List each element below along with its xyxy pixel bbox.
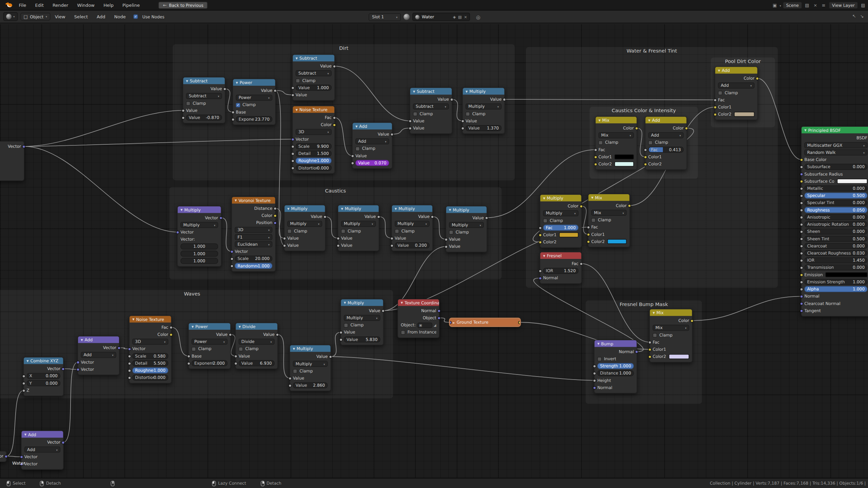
node-noise_b[interactable]: ▼Noise TextureFacColor3D▾VectorScale0.58… (129, 316, 172, 384)
close-scene-icon[interactable]: × (812, 2, 819, 9)
slider-field[interactable]: Roughness1.000 (296, 158, 332, 164)
value-socket[interactable] (22, 382, 25, 385)
node-bump_a[interactable]: ▼BumpNormalInvertStrength1.000Distance1.… (594, 340, 637, 393)
value-socket[interactable] (182, 116, 185, 119)
checkbox[interactable] (186, 101, 191, 105)
value-socket[interactable] (291, 159, 295, 162)
node-header[interactable]: ▼Subtract (183, 78, 224, 84)
collapse-icon[interactable]: ▼ (718, 68, 720, 72)
value-socket[interactable] (593, 379, 596, 382)
header-corner-icon-2[interactable]: ↘ (859, 13, 865, 20)
color-socket[interactable] (587, 240, 590, 243)
node-header[interactable]: ▼Multiply (338, 205, 379, 212)
dropdown[interactable]: Mix▾ (653, 325, 689, 331)
node-mul_g[interactable]: ▼MultiplyValueMultiply▾ClampValueValue5.… (340, 299, 383, 345)
dropdown[interactable]: Multiply▾ (287, 221, 322, 227)
menu-select[interactable]: Select (70, 10, 92, 23)
node-header[interactable]: ▼Texture Coordinate (398, 299, 439, 306)
new-scene-icon[interactable]: ▤ (804, 2, 810, 9)
node-mix_c[interactable]: ▼MixColorMix▾ClampFacColor1Color2 (649, 309, 692, 362)
node-groundtex[interactable]: ►Ground Texture (450, 318, 520, 326)
slider-field[interactable]: Fac0.413 (648, 147, 684, 153)
color-socket[interactable] (274, 214, 277, 217)
dropdown[interactable]: Mix▾ (591, 210, 627, 216)
value-socket[interactable] (22, 389, 25, 392)
node-header[interactable]: ▼Combine XYZ (24, 358, 63, 364)
value-socket[interactable] (450, 98, 453, 101)
node-header[interactable]: ▼Multiply (178, 206, 221, 213)
node-header[interactable]: ▼Subtract (410, 88, 452, 95)
node-mulcol_a[interactable]: ▼MultiplyColorMultiply▾ClampFac1.000Colo… (540, 194, 582, 248)
vector-socket[interactable] (61, 441, 65, 444)
checkbox[interactable] (296, 78, 300, 83)
dropdown[interactable]: F1▾ (235, 234, 272, 240)
value-socket[interactable] (644, 148, 647, 151)
view-layer-selector[interactable]: View Layer (829, 2, 858, 9)
copy-material-icon[interactable]: ▤ (458, 15, 462, 19)
node-header[interactable]: ▼Add (646, 117, 687, 123)
vector-socket[interactable] (76, 368, 80, 371)
dropdown[interactable]: Divide▾ (239, 339, 275, 345)
color-socket[interactable] (644, 155, 647, 159)
dropdown[interactable]: Power▾ (192, 339, 228, 345)
dropdown[interactable]: Multiply▾ (395, 221, 430, 227)
node-vecadd_b[interactable]: ▼AddVectorAdd▾VectorVector (21, 430, 64, 470)
vector-socket[interactable] (4, 454, 8, 458)
collapse-icon[interactable]: ▼ (236, 81, 238, 84)
collapse-icon[interactable]: ▼ (543, 197, 545, 200)
node-texcoord_a[interactable]: ▼Texture CoordinateNormalObjectObject:▣◢… (397, 299, 439, 338)
color-swatch[interactable] (559, 232, 579, 238)
value-socket[interactable] (289, 384, 292, 387)
dropdown[interactable]: Subtract▾ (186, 93, 222, 99)
color-socket[interactable] (635, 126, 638, 130)
vector-socket[interactable] (128, 347, 131, 350)
header-corner-icon-1[interactable]: ↖ (851, 13, 857, 20)
collapse-icon[interactable]: ▼ (653, 311, 655, 314)
dropdown[interactable]: Add▾ (81, 352, 116, 358)
number-field[interactable]: Value1.370 (466, 125, 501, 131)
node-multiply_a[interactable]: ▼MultiplyValueMultiply▾ClampValueValue1.… (462, 87, 505, 134)
value-socket[interactable] (234, 354, 238, 358)
color-socket[interactable] (756, 77, 759, 80)
collapse-icon[interactable]: ▼ (449, 208, 451, 211)
slot-select[interactable]: Slot 1 ▾ (369, 13, 401, 21)
eyedropper-icon[interactable]: ◢ (434, 323, 436, 327)
node-vecmul_a[interactable]: ▼MultiplyVectorMultiply▾VectorVector:1.0… (177, 206, 221, 267)
number-field[interactable]: Anisotropic0.000 (804, 214, 867, 220)
material-preview-icon[interactable] (403, 14, 410, 20)
number-field[interactable]: Y0.000 (26, 380, 60, 386)
slider-field[interactable]: Strength1.000 (597, 363, 634, 369)
color-socket[interactable] (170, 333, 173, 336)
collapse-icon[interactable]: ▼ (296, 57, 298, 60)
vector-socket[interactable] (539, 277, 542, 280)
checkbox[interactable] (449, 230, 453, 234)
vector-socket[interactable] (593, 386, 596, 389)
value-socket[interactable] (390, 133, 394, 136)
number-field[interactable]: Value1.000 (296, 85, 332, 91)
number-field[interactable]: Value6.930 (239, 360, 275, 366)
value-socket[interactable] (800, 237, 803, 241)
value-socket[interactable] (333, 64, 336, 68)
dropdown[interactable]: Subtract▾ (296, 70, 332, 76)
number-field[interactable]: Clearcoat0.000 (804, 243, 867, 249)
vector-socket[interactable] (176, 230, 179, 234)
node-subtract_b[interactable]: ▼SubtractValueSubtract▾ClampValue1.000Va… (292, 54, 335, 101)
value-socket[interactable] (283, 244, 286, 247)
value-socket[interactable] (800, 259, 803, 262)
node-header[interactable]: ▼Add (715, 67, 757, 74)
checkbox[interactable] (341, 229, 346, 233)
value-socket[interactable] (800, 208, 803, 212)
dropdown[interactable]: 3D▾ (296, 129, 332, 135)
node-mul_e[interactable]: ▼MultiplyValueMultiply▾ClampValueValue (446, 206, 487, 252)
slider-field[interactable]: Roughness0.050 (804, 207, 867, 213)
collapse-icon[interactable]: ▼ (466, 89, 468, 93)
value-socket[interactable] (800, 187, 803, 190)
value-socket[interactable] (800, 287, 803, 291)
node-header[interactable]: ▼Divide (236, 323, 277, 330)
value-socket[interactable] (128, 354, 131, 358)
value-socket[interactable] (593, 371, 596, 375)
number-field[interactable]: Sheen0.000 (804, 228, 867, 235)
color-socket[interactable] (628, 204, 631, 207)
color-socket[interactable] (594, 155, 597, 159)
number-field[interactable]: Distortion0.000 (132, 374, 168, 381)
